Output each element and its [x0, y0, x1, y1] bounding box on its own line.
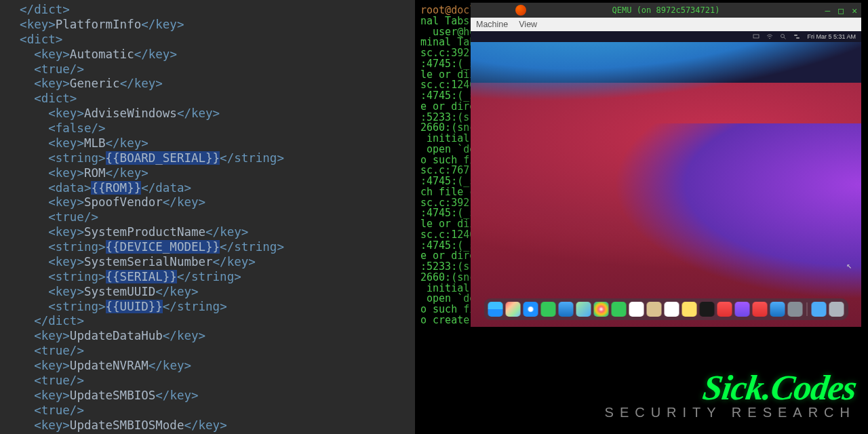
macos-guest-screen[interactable]: Fri Mar 5 5:31 AM ↖ — [471, 31, 861, 327]
macos-wallpaper — [471, 42, 861, 327]
messages-icon[interactable] — [541, 302, 556, 317]
close-button[interactable]: ✕ — [852, 5, 857, 16]
macos-menubar[interactable]: Fri Mar 5 5:31 AM — [471, 31, 861, 42]
downloads-icon[interactable] — [812, 302, 827, 317]
code-line: <key>SpoofVendor</key> — [5, 195, 415, 210]
svg-point-2 — [781, 35, 785, 38]
safari-icon[interactable] — [524, 302, 538, 317]
code-line: <key>UpdateSMBIOS</key> — [5, 389, 415, 403]
code-line: <key>SystemUUID</key> — [5, 285, 415, 300]
code-line: <key>UpdateSMBIOSMode</key> — [5, 418, 415, 433]
wifi-icon — [766, 33, 773, 40]
code-line: <key>MLB</key> — [5, 136, 415, 151]
control-center-icon[interactable] — [793, 33, 800, 40]
code-line: <key>SystemProductName</key> — [5, 225, 415, 240]
qemu-window[interactable]: QEMU (on 8972c5734721) — □ ✕ Machine Vie… — [471, 3, 861, 327]
mail-icon[interactable] — [559, 302, 574, 317]
brand-watermark: Sick.Codes SECURITY RESEARCH — [605, 368, 856, 420]
code-line: <string>{{BOARD_SERIAL}}</string> — [5, 151, 415, 166]
code-line: <key>PlatformInfo</key> — [5, 18, 415, 33]
code-line: <key>AdviseWindows</key> — [5, 106, 415, 121]
launchpad-icon[interactable] — [506, 302, 521, 317]
menu-view[interactable]: View — [519, 20, 537, 29]
code-line: <true/> — [5, 62, 415, 77]
svg-line-3 — [784, 37, 786, 39]
brand-name: Sick.Codes — [700, 368, 859, 408]
code-line: <true/> — [5, 344, 415, 359]
photos-icon[interactable] — [594, 302, 609, 317]
code-line: <key>Automatic</key> — [5, 47, 415, 62]
code-line: <dict> — [5, 92, 415, 106]
music-icon[interactable] — [717, 302, 732, 317]
code-line: <true/> — [5, 403, 415, 418]
qemu-menubar[interactable]: Machine View — [471, 18, 861, 31]
svg-rect-5 — [796, 37, 800, 39]
svg-rect-4 — [794, 35, 797, 36]
code-line: <key>UpdateNVRAM</key> — [5, 359, 415, 374]
code-line: <string>{{DEVICE_MODEL}}</string> — [5, 240, 415, 255]
reminders-icon[interactable] — [665, 302, 679, 317]
code-line: <true/> — [5, 374, 415, 389]
mouse-cursor-icon: ↖ — [846, 260, 852, 271]
code-line: <string>{{UUID}}</string> — [5, 300, 415, 315]
appstore-icon[interactable] — [770, 302, 785, 317]
notes-icon[interactable] — [682, 302, 697, 317]
code-editor-pane: </dict> <key>PlatformInfo</key> <dict> <… — [0, 0, 415, 434]
code-line: <key>SystemSerialNumber</key> — [5, 255, 415, 270]
code-line: <dict> — [5, 33, 415, 47]
code-line: </dict> — [5, 314, 415, 329]
search-icon[interactable] — [780, 33, 787, 40]
podcasts-icon[interactable] — [735, 302, 750, 317]
settings-icon[interactable] — [788, 302, 803, 317]
code-line: <string>{{SERIAL}}</string> — [5, 270, 415, 285]
code-line: <key>Generic</key> — [5, 77, 415, 92]
code-line: <false/> — [5, 121, 415, 136]
qemu-titlebar[interactable]: QEMU (on 8972c5734721) — □ ✕ — [471, 3, 861, 18]
display-icon — [753, 33, 760, 40]
tv-icon[interactable] — [700, 302, 715, 317]
calendar-icon[interactable] — [629, 302, 644, 317]
svg-point-1 — [770, 38, 771, 39]
menu-machine[interactable]: Machine — [476, 20, 508, 29]
dock-separator — [807, 302, 808, 316]
trash-icon[interactable] — [829, 302, 844, 317]
code-line: <key>ROM</key> — [5, 166, 415, 181]
code-line: <data>{{ROM}}</data> — [5, 181, 415, 196]
terminal-desktop-pane: root@docl nal Tabs He user@hostnaminal T… — [415, 0, 868, 434]
qemu-window-title: QEMU (on 8972c5734721) — [612, 5, 720, 15]
qemu-logo-icon — [515, 5, 526, 16]
contacts-icon[interactable] — [647, 302, 662, 317]
svg-rect-0 — [753, 35, 759, 38]
facetime-icon[interactable] — [612, 302, 627, 317]
minimize-button[interactable]: — — [825, 5, 831, 16]
code-line: <key>UpdateDataHub</key> — [5, 329, 415, 344]
maximize-button[interactable]: □ — [838, 5, 844, 16]
code-line: </dict> — [5, 3, 415, 18]
news-icon[interactable] — [753, 302, 768, 317]
macos-dock[interactable] — [484, 298, 848, 320]
maps-icon[interactable] — [576, 302, 591, 317]
menubar-clock[interactable]: Fri Mar 5 5:31 AM — [807, 33, 856, 40]
code-line: <true/> — [5, 210, 415, 225]
finder-icon[interactable] — [488, 302, 503, 317]
